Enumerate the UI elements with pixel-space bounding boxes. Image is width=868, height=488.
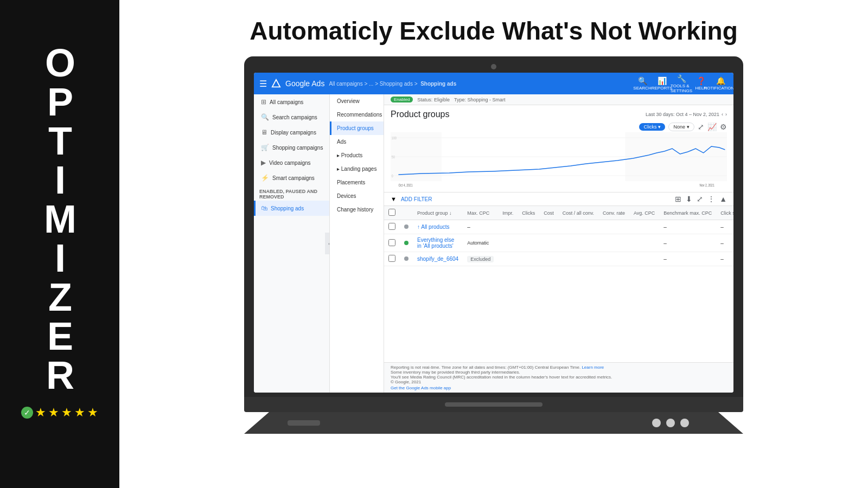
- letter-o: O: [45, 43, 74, 82]
- sidebar-item-display-campaigns[interactable]: 🖥 Display campaigns: [254, 125, 329, 140]
- indicator-dot-1: [652, 419, 661, 427]
- columns-icon[interactable]: ⊞: [675, 195, 681, 203]
- th-cost: Cost: [539, 206, 558, 220]
- mobile-app-link[interactable]: Get the Google Ads mobile app: [391, 386, 451, 390]
- table-row: ↑ All products –: [384, 220, 733, 234]
- status-dot-1: [404, 224, 409, 229]
- svg-marker-0: [272, 80, 280, 87]
- star-4: ★: [74, 406, 85, 420]
- sidebar-item-video-campaigns[interactable]: ▶ Video campaigns: [254, 155, 329, 170]
- row-checkbox-2[interactable]: [388, 239, 395, 246]
- letter-z: Z: [48, 278, 71, 317]
- line-chart: 100 50 0 Oct 4: [391, 132, 727, 192]
- chart-type-icon[interactable]: 📈: [707, 123, 717, 131]
- notifications-icon-btn[interactable]: 🔔 NOTIFICATIONS: [713, 76, 728, 91]
- subnav-placements[interactable]: Placements: [330, 176, 384, 189]
- subnav-overview[interactable]: Overview: [330, 94, 384, 108]
- more-icon[interactable]: ⋮: [707, 195, 715, 203]
- date-prev-icon[interactable]: ‹: [722, 112, 723, 117]
- left-sidebar: O P T I M I Z E R ✓ ★ ★ ★ ★ ★: [0, 0, 119, 488]
- cost-3: [539, 252, 558, 266]
- footer-learn-more-link[interactable]: Learn more: [582, 365, 604, 370]
- clicks-metric-pill[interactable]: Clicks ▾: [639, 123, 665, 131]
- download-icon[interactable]: ⬇: [686, 195, 692, 203]
- none-metric-pill[interactable]: None ▾: [668, 123, 694, 131]
- star-1: ★: [35, 406, 46, 420]
- shopping-ads-label: Shopping ads: [271, 206, 304, 211]
- adjust-icon[interactable]: ⚙: [720, 123, 727, 131]
- sidebar-item-shopping-campaigns[interactable]: 🛒 Shopping campaigns: [254, 140, 329, 155]
- click-share-1: –: [716, 220, 733, 234]
- impr-1: [498, 220, 518, 234]
- product-group-name-3[interactable]: shopify_de_6604: [417, 256, 458, 262]
- subnav-devices[interactable]: Devices: [330, 189, 384, 203]
- rating-row: ✓ ★ ★ ★ ★ ★: [21, 406, 98, 420]
- add-filter-button[interactable]: ADD FILTER: [401, 196, 432, 202]
- collapse-table-icon[interactable]: ▲: [719, 195, 727, 203]
- tools-icon-btn[interactable]: 🔧 TOOLS & SETTINGS: [674, 76, 689, 91]
- subnav-product-groups[interactable]: Product groups: [330, 121, 384, 135]
- footer-note: Some inventory may be provided through t…: [391, 370, 727, 375]
- sidebar-item-search-campaigns[interactable]: 🔍 Search campaigns: [254, 110, 329, 125]
- sidebar-item-all-campaigns[interactable]: ⊞ All campaigns: [254, 94, 329, 110]
- collapse-arrow[interactable]: ‹: [325, 233, 330, 254]
- topnav-icons: 🔍 SEARCH 📊 REPORTS 🔧 TOOLS & SETTINGS: [635, 76, 728, 91]
- laptop-wrapper: ☰ Google Ads All campaigns > ... > Shopp…: [119, 56, 868, 488]
- subnav-landing-pages[interactable]: ▸ Landing pages: [330, 162, 384, 176]
- product-group-name-2[interactable]: Everything else in 'All products': [417, 237, 454, 249]
- letter-i1: I: [55, 160, 65, 200]
- subnav-products[interactable]: ▸ Products: [330, 149, 384, 162]
- smart-campaigns-label: Smart campaigns: [272, 175, 315, 181]
- star-3: ★: [61, 406, 72, 420]
- search-icon-btn[interactable]: 🔍 SEARCH: [635, 76, 650, 91]
- conv-rate-2: [598, 234, 629, 252]
- chart-controls: Clicks ▾ None ▾ ⤢ 📈 ⚙: [384, 121, 733, 132]
- gads-body: ⊞ All campaigns 🔍 Search campaigns 🖥 Dis: [254, 94, 733, 393]
- cost-all-2: [558, 234, 598, 252]
- th-max-cpc: Max. CPC: [463, 206, 498, 220]
- reports-icon-btn[interactable]: 📊 REPORTS: [654, 76, 669, 91]
- subnav-change-history[interactable]: Change history: [330, 203, 384, 216]
- click-share-2: –: [716, 234, 733, 252]
- status-type-label: Type: Shopping - Smart: [454, 97, 506, 102]
- sidebar-item-smart-campaigns[interactable]: ⚡ Smart campaigns: [254, 170, 329, 185]
- letter-e: E: [47, 317, 72, 356]
- optimizer-title: O P T I M I Z E R: [44, 43, 75, 395]
- shopping-campaigns-label: Shopping campaigns: [272, 145, 323, 151]
- laptop-base: [244, 397, 743, 412]
- expand-table-icon[interactable]: ⤢: [697, 195, 703, 203]
- gads-topnav: ☰ Google Ads All campaigns > ... > Shopp…: [254, 73, 733, 94]
- subnav-recommendations[interactable]: Recommendations: [330, 108, 384, 121]
- row-checkbox-1[interactable]: [388, 223, 395, 230]
- cost-1: [539, 220, 558, 234]
- date-next-icon[interactable]: ›: [725, 112, 727, 117]
- subnav-ads[interactable]: Ads: [330, 135, 384, 149]
- letter-m: M: [44, 200, 75, 239]
- impr-3: [498, 252, 518, 266]
- product-groups-header: Product groups Last 30 days: Oct 4 – Nov…: [384, 105, 733, 121]
- laptop-screen-bezel: ☰ Google Ads All campaigns > ... > Shopp…: [244, 56, 743, 397]
- bench-cpc-1: –: [659, 220, 716, 234]
- product-group-name-1[interactable]: ↑ All products: [417, 224, 449, 230]
- main-content: Automaticly Exclude What's Not Working ☰: [119, 0, 868, 488]
- clicks-2: [518, 234, 539, 252]
- hamburger-icon[interactable]: ☰: [259, 79, 267, 89]
- laptop-screen: ☰ Google Ads All campaigns > ... > Shopp…: [254, 73, 733, 393]
- letter-i2: I: [55, 239, 65, 278]
- max-cpc-2: Automatic: [463, 234, 498, 252]
- row-checkbox-3[interactable]: [388, 255, 395, 262]
- check-icon: ✓: [21, 407, 33, 419]
- video-campaigns-icon: ▶: [261, 159, 266, 166]
- camera-dot: [491, 64, 496, 69]
- brand-name: Google Ads: [285, 79, 324, 88]
- avg-cpc-1: [629, 220, 659, 234]
- table-row: shopify_de_6604 Excluded: [384, 252, 733, 266]
- cost-2: [539, 234, 558, 252]
- all-campaigns-label: All campaigns: [270, 99, 303, 105]
- sidebar-item-shopping-ads[interactable]: 🛍 Shopping ads: [254, 201, 329, 216]
- letter-r: R: [46, 356, 73, 395]
- select-all-checkbox[interactable]: [388, 209, 395, 216]
- clicks-dropdown-icon: ▾: [658, 124, 661, 130]
- click-share-3: –: [716, 252, 733, 266]
- expand-chart-icon[interactable]: ⤢: [698, 123, 704, 131]
